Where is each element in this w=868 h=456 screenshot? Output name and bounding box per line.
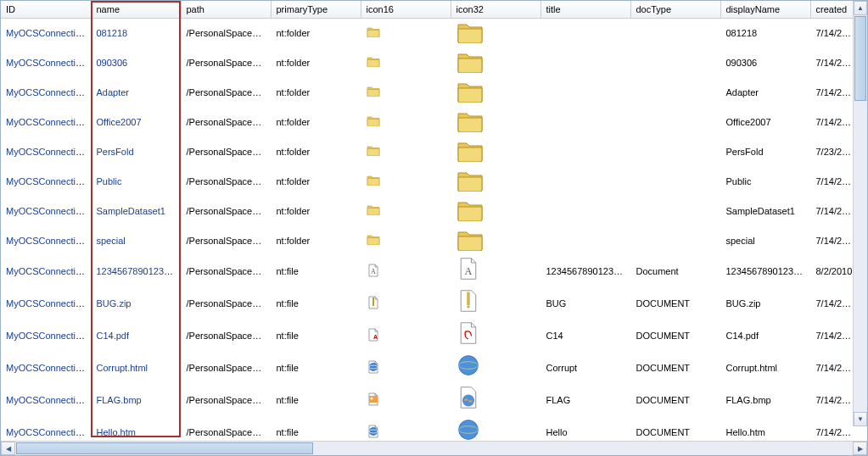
table-row[interactable]: MyOCSConnection... SampleDataset1 /Perso…: [1, 196, 861, 225]
cell-primarytype: nt:file: [271, 416, 361, 441]
cell-path: /PersonalSpaces/c...: [181, 320, 271, 352]
id-link[interactable]: MyOCSConnection...: [6, 176, 91, 186]
id-link[interactable]: MyOCSConnection...: [6, 87, 91, 97]
table-row[interactable]: MyOCSConnection... 090306 /PersonalSpace…: [1, 47, 861, 77]
folder-icon: [367, 175, 380, 186]
table-row[interactable]: MyOCSConnection... PersFold /PersonalSpa…: [1, 136, 861, 166]
id-link[interactable]: MyOCSConnection...: [6, 363, 91, 373]
id-link[interactable]: MyOCSConnection...: [6, 206, 91, 216]
cell-icon32: [451, 107, 540, 136]
table-row[interactable]: MyOCSConnection... special /PersonalSpac…: [1, 225, 861, 255]
cell-path: /PersonalSpaces/c...: [181, 384, 271, 416]
col-header-name[interactable]: name: [91, 1, 181, 18]
name-link[interactable]: Corrupt.html: [97, 363, 148, 373]
folder-icon: [367, 26, 380, 37]
vertical-scrollbar[interactable]: ▲ ▼: [853, 1, 867, 426]
data-grid[interactable]: ID name path primaryType icon16 icon32 t…: [1, 1, 867, 441]
id-link[interactable]: MyOCSConnection...: [6, 147, 91, 157]
cell-icon32: A: [451, 255, 540, 287]
cell-displayname: BUG.zip: [720, 287, 810, 320]
col-header-doctype[interactable]: docType: [630, 1, 720, 18]
hscroll-track[interactable]: [15, 442, 853, 455]
cell-icon32: [451, 384, 540, 416]
cell-doctype: DOCUMENT: [630, 320, 720, 352]
cell-doctype: [630, 18, 720, 47]
cell-icon16: [361, 196, 451, 225]
cell-primarytype: nt:folder: [271, 196, 361, 225]
table-row[interactable]: MyOCSConnection... 123456789012345... /P…: [1, 255, 861, 287]
table-row[interactable]: MyOCSConnection... 081218 /PersonalSpace…: [1, 18, 861, 47]
table-row[interactable]: MyOCSConnection... C14.pdf /PersonalSpac…: [1, 320, 861, 352]
vscroll-track[interactable]: [854, 15, 867, 412]
table-row[interactable]: MyOCSConnection... Office2007 /PersonalS…: [1, 107, 861, 136]
cell-name: 081218: [91, 18, 181, 47]
name-link[interactable]: Public: [97, 176, 122, 186]
cell-primarytype: nt:folder: [271, 107, 361, 136]
name-link[interactable]: Office2007: [97, 117, 142, 127]
cell-title: [540, 225, 630, 255]
name-link[interactable]: Adapter: [97, 87, 130, 97]
svg-point-11: [370, 398, 372, 400]
scroll-right-button[interactable]: ▶: [853, 442, 867, 455]
col-header-icon16[interactable]: icon16: [361, 1, 451, 18]
name-link[interactable]: FLAG.bmp: [97, 395, 142, 405]
id-link[interactable]: MyOCSConnection...: [6, 427, 91, 437]
name-link[interactable]: BUG.zip: [97, 298, 132, 309]
table-row[interactable]: MyOCSConnection... Hello.htm /PersonalSp…: [1, 416, 861, 441]
svg-rect-2: [372, 298, 374, 306]
cell-name: Office2007: [91, 107, 181, 136]
cell-icon32: [451, 320, 540, 352]
scroll-left-button[interactable]: ◀: [1, 442, 15, 455]
table-row[interactable]: MyOCSConnection... FLAG.bmp /PersonalSpa…: [1, 384, 861, 416]
table-row[interactable]: MyOCSConnection... Public /PersonalSpace…: [1, 166, 861, 196]
id-link[interactable]: MyOCSConnection...: [6, 236, 91, 246]
cell-icon32: [451, 47, 540, 77]
id-link[interactable]: MyOCSConnection...: [6, 266, 91, 276]
cell-doctype: Document: [630, 255, 720, 287]
id-link[interactable]: MyOCSConnection...: [6, 58, 91, 68]
table-row[interactable]: MyOCSConnection... Corrupt.html /Persona…: [1, 352, 861, 384]
col-header-primarytype[interactable]: primaryType: [271, 1, 361, 18]
cell-icon16: [361, 166, 451, 196]
cell-title: 123456789012345...: [540, 255, 630, 287]
name-link[interactable]: 081218: [97, 28, 128, 38]
horizontal-scrollbar[interactable]: ◀ ▶: [1, 441, 867, 455]
name-link[interactable]: Hello.htm: [97, 427, 136, 437]
scroll-up-button[interactable]: ▲: [854, 1, 867, 15]
pdf-file-icon: [456, 321, 484, 348]
svg-rect-10: [369, 396, 378, 403]
id-link[interactable]: MyOCSConnection...: [6, 28, 91, 38]
col-header-icon32[interactable]: icon32: [451, 1, 540, 18]
cell-id: MyOCSConnection...: [1, 352, 91, 384]
name-link[interactable]: special: [97, 236, 126, 246]
hscroll-thumb[interactable]: [16, 442, 313, 454]
name-link[interactable]: PersFold: [97, 147, 134, 157]
col-header-displayname[interactable]: displayName: [720, 1, 810, 18]
name-link[interactable]: C14.pdf: [97, 331, 130, 341]
cell-primarytype: nt:file: [271, 320, 361, 352]
id-link[interactable]: MyOCSConnection...: [6, 298, 91, 309]
globe-icon: [456, 418, 484, 441]
name-link[interactable]: 123456789012345...: [97, 266, 182, 276]
cell-name: BUG.zip: [91, 287, 181, 320]
scroll-down-button[interactable]: ▼: [854, 412, 867, 426]
name-link[interactable]: SampleDataset1: [97, 206, 165, 216]
col-header-title[interactable]: title: [540, 1, 630, 18]
cell-title: [540, 196, 630, 225]
cell-name: Adapter: [91, 77, 181, 107]
cell-path: /PersonalSpaces/c...: [181, 47, 271, 77]
table-row[interactable]: MyOCSConnection... BUG.zip /PersonalSpac…: [1, 287, 861, 320]
id-link[interactable]: MyOCSConnection...: [6, 331, 91, 341]
cell-doctype: DOCUMENT: [630, 352, 720, 384]
cell-displayname: Public: [720, 166, 810, 196]
table-row[interactable]: MyOCSConnection... Adapter /PersonalSpac…: [1, 77, 861, 107]
id-link[interactable]: MyOCSConnection...: [6, 395, 91, 405]
cell-title: Corrupt: [540, 352, 630, 384]
cell-icon32: [451, 416, 540, 441]
col-header-id[interactable]: ID: [1, 1, 91, 18]
col-header-path[interactable]: path: [181, 1, 271, 18]
id-link[interactable]: MyOCSConnection...: [6, 117, 91, 127]
vscroll-thumb[interactable]: [854, 16, 866, 101]
name-link[interactable]: 090306: [97, 58, 128, 68]
cell-icon16: [361, 352, 451, 384]
